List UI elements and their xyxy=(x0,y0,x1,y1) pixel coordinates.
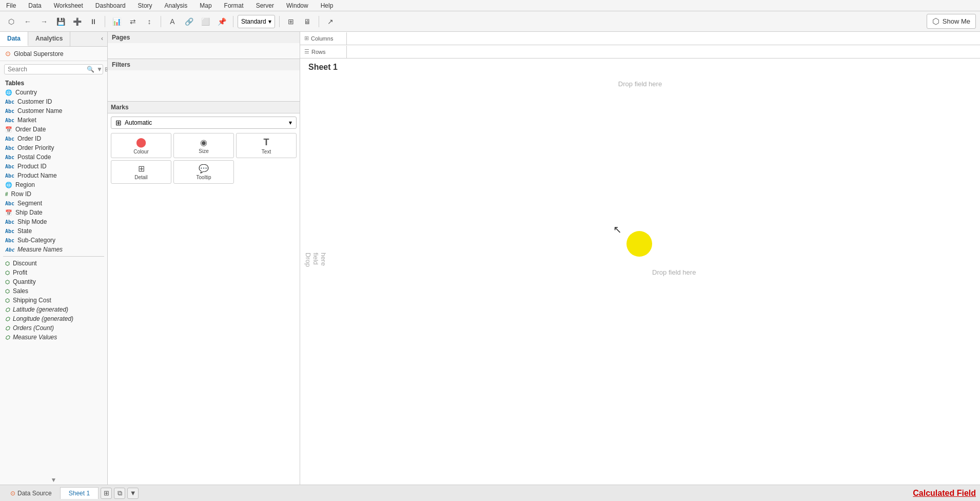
field-quantity[interactable]: ⬡ Quantity xyxy=(0,277,107,286)
field-label: Market xyxy=(17,117,36,124)
marks-type-dropdown[interactable]: ⊞ Automatic ▾ xyxy=(111,117,297,129)
save-btn[interactable]: 💾 xyxy=(53,14,68,29)
datasource-name[interactable]: Global Superstore xyxy=(14,50,64,57)
label-btn[interactable]: ⬜ xyxy=(198,14,212,29)
calculated-field-link[interactable]: Calculated Field xyxy=(913,489,976,498)
field-ship-date[interactable]: 📅 Ship Date xyxy=(0,208,107,217)
field-product-name[interactable]: Abc Product Name xyxy=(0,171,107,180)
tab-options-btn[interactable]: ▼ xyxy=(127,488,139,499)
field-measure-names[interactable]: Abc Measure Names xyxy=(0,245,107,254)
scroll-down-arrow[interactable]: ▼ xyxy=(51,476,57,484)
device-btn[interactable]: 🖥 xyxy=(300,14,315,29)
tableau-logo-btn[interactable]: ⬡ xyxy=(4,14,18,29)
sort-btn[interactable]: ↕ xyxy=(142,14,156,29)
new-sheet-btn[interactable]: ⊞ xyxy=(101,488,112,499)
field-market[interactable]: Abc Market xyxy=(0,115,107,125)
abc-icon: Abc xyxy=(5,228,14,234)
tab-analytics[interactable]: Analytics xyxy=(28,32,70,46)
field-region[interactable]: 🌐 Region xyxy=(0,180,107,189)
field-label: Product ID xyxy=(17,163,47,170)
field-product-id[interactable]: Abc Product ID xyxy=(0,162,107,171)
highlight-btn[interactable]: A xyxy=(165,14,180,29)
menu-dashboard[interactable]: Dashboard xyxy=(93,1,128,10)
field-ship-mode[interactable]: Abc Ship Mode xyxy=(0,217,107,226)
measure-icon: ⬡ xyxy=(5,270,10,276)
tooltip-btn[interactable]: 🔗 xyxy=(182,14,196,29)
field-latitude[interactable]: ⬡ Latitude (generated) xyxy=(0,305,107,314)
measure-icon: ⬡ xyxy=(5,261,10,266)
field-profit[interactable]: ⬡ Profit xyxy=(0,268,107,277)
field-longitude[interactable]: ⬡ Longitude (generated) xyxy=(0,314,107,323)
columns-drop-area[interactable] xyxy=(346,32,980,45)
field-customer-id[interactable]: Abc Customer ID xyxy=(0,97,107,106)
menu-file[interactable]: File xyxy=(4,1,18,10)
field-order-date[interactable]: 📅 Order Date xyxy=(0,125,107,134)
search-input[interactable] xyxy=(8,66,85,73)
field-segment[interactable]: Abc Segment xyxy=(0,199,107,208)
canvas[interactable]: Drop field here Drop field here ↖ Drop f… xyxy=(300,76,980,485)
menu-story[interactable]: Story xyxy=(136,1,154,10)
field-sales[interactable]: ⬡ Sales xyxy=(0,286,107,296)
pages-body[interactable] xyxy=(108,43,300,59)
field-customer-name[interactable]: Abc Customer Name xyxy=(0,106,107,115)
filter-icon[interactable]: ▼ xyxy=(96,66,103,73)
chart-btn[interactable]: 📊 xyxy=(109,14,124,29)
globe-icon: 🌐 xyxy=(5,182,12,188)
marks-detail-btn[interactable]: ⊞ Detail xyxy=(111,160,171,184)
panel-close-btn[interactable]: ‹ xyxy=(97,32,107,46)
columns-label: ⊞ Columns xyxy=(300,33,346,44)
menu-server[interactable]: Server xyxy=(254,1,276,10)
field-order-id[interactable]: Abc Order ID xyxy=(0,134,107,143)
field-measure-values[interactable]: ⬡ Measure Values xyxy=(0,333,107,342)
field-order-priority[interactable]: Abc Order Priority xyxy=(0,143,107,152)
fix-width-btn[interactable]: ⊞ xyxy=(284,14,298,29)
menu-worksheet[interactable]: Worksheet xyxy=(52,1,85,10)
pause-btn[interactable]: ⏸ xyxy=(86,14,101,29)
field-row-id[interactable]: # Row ID xyxy=(0,189,107,199)
detail-icon: ⊞ xyxy=(138,164,145,174)
rows-drop-area[interactable] xyxy=(346,46,980,58)
back-btn[interactable]: ← xyxy=(21,14,35,29)
forward-btn[interactable]: → xyxy=(37,14,51,29)
tables-label: Tables xyxy=(0,78,107,88)
colour-icon: ⬤ xyxy=(136,137,146,148)
menu-analysis[interactable]: Analysis xyxy=(163,1,190,10)
menu-data[interactable]: Data xyxy=(26,1,43,10)
marks-type-icon: ⊞ xyxy=(115,119,122,127)
duplicate-sheet-btn[interactable]: ⧉ xyxy=(114,488,125,499)
columns-icon: ⊞ xyxy=(304,35,309,42)
view-size-dropdown[interactable]: Standard ▾ xyxy=(238,15,275,28)
tab-data[interactable]: Data xyxy=(0,32,28,46)
sheet1-tab[interactable]: Sheet 1 xyxy=(60,487,99,499)
field-discount[interactable]: ⬡ Discount xyxy=(0,259,107,268)
field-country[interactable]: 🌐 Country xyxy=(0,88,107,97)
abc-icon: Abc xyxy=(5,238,14,243)
add-datasource-btn[interactable]: ➕ xyxy=(70,14,84,29)
field-label: Sub-Category xyxy=(17,237,55,244)
marks-size-btn[interactable]: ◉ Size xyxy=(173,133,234,158)
marks-tooltip-btn[interactable]: 💬 Tooltip xyxy=(173,160,234,184)
show-me-button[interactable]: ⬡ Show Me xyxy=(927,14,976,29)
data-source-tab[interactable]: ⊙ Data Source xyxy=(4,488,58,499)
marks-text-btn[interactable]: T Text xyxy=(236,133,297,158)
share-btn[interactable]: ↗ xyxy=(323,14,338,29)
menu-window[interactable]: Window xyxy=(284,1,310,10)
field-shipping-cost[interactable]: ⬡ Shipping Cost xyxy=(0,296,107,305)
field-orders-count[interactable]: ⬡ Orders (Count) xyxy=(0,323,107,333)
menu-help[interactable]: Help xyxy=(319,1,336,10)
text-icon: T xyxy=(264,137,269,148)
db-icon-bottom: ⊙ xyxy=(10,490,15,497)
pin-btn[interactable]: 📌 xyxy=(214,14,229,29)
field-label: Row ID xyxy=(11,190,31,198)
field-postal-code[interactable]: Abc Postal Code xyxy=(0,152,107,162)
filters-body[interactable] xyxy=(108,70,300,101)
abc-icon: Abc xyxy=(5,145,14,151)
toolbar: ⬡ ← → 💾 ➕ ⏸ 📊 ⇄ ↕ A 🔗 ⬜ 📌 Standard ▾ ⊞ 🖥… xyxy=(0,11,980,32)
swap-btn[interactable]: ⇄ xyxy=(126,14,140,29)
menu-format[interactable]: Format xyxy=(222,1,246,10)
field-sub-category[interactable]: Abc Sub-Category xyxy=(0,236,107,245)
marks-colour-btn[interactable]: ⬤ Colour xyxy=(111,133,171,158)
menu-map[interactable]: Map xyxy=(198,1,213,10)
measure-icon: ⬡ xyxy=(5,316,10,322)
field-state[interactable]: Abc State xyxy=(0,226,107,236)
